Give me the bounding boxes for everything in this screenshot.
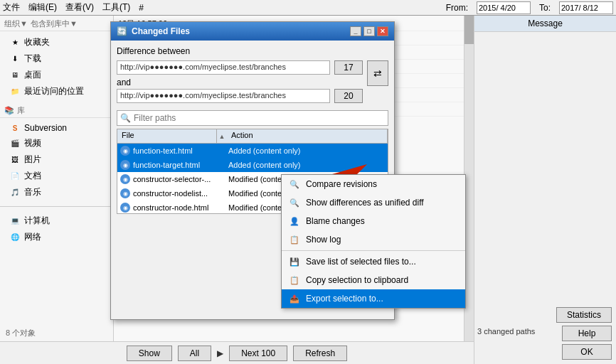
ok-button[interactable]: OK xyxy=(562,344,612,360)
recent-icon: 📁 xyxy=(10,87,20,97)
context-menu: 🔍 Compare revisions 🔍 Show differences a… xyxy=(281,174,466,309)
menu-view[interactable]: 查看(V) xyxy=(65,1,94,14)
difference-label: Difference between xyxy=(117,46,388,56)
sidebar-label-docs: 文档 xyxy=(24,170,41,182)
file-action-0: Added (content only) xyxy=(228,146,385,155)
revision-2-button[interactable]: 20 xyxy=(334,89,363,103)
menu-extra[interactable]: # xyxy=(139,3,144,13)
sidebar-item-music[interactable]: 🎵 音乐 xyxy=(6,184,107,200)
sidebar-item-favorites[interactable]: ★ 收藏夹 xyxy=(6,34,107,50)
to-input[interactable] xyxy=(559,1,613,14)
left-sidebar: 组织▼ 包含到库中▼ ★ 收藏夹 ⬇ 下载 🖥 桌面 📁 最近访问的位置 📚 xyxy=(0,16,114,364)
close-button[interactable]: ✕ xyxy=(377,26,388,36)
next-100-button[interactable]: Next 100 xyxy=(229,346,287,361)
sidebar-label-image: 图片 xyxy=(24,154,41,166)
changed-paths-text: 3 changed paths xyxy=(477,327,535,336)
menubar: 文件 编辑(E) 查看(V) 工具(T) # From: To: xyxy=(0,0,616,16)
sidebar-item-desktop[interactable]: 🖥 桌面 xyxy=(6,67,107,83)
sidebar-item-video[interactable]: 🎬 视频 xyxy=(6,135,107,151)
document-icon: 📄 xyxy=(10,171,20,181)
url-box-1: http://vip●●●●●●●.com/myeclipse.test/bra… xyxy=(117,60,330,75)
minimize-button[interactable]: _ xyxy=(350,26,361,36)
menu-tools[interactable]: 工具(T) xyxy=(102,1,130,14)
file-list-header: File ▲ Action xyxy=(117,129,388,143)
library-icon: 📚 xyxy=(4,106,14,115)
show-button[interactable]: Show xyxy=(127,346,172,361)
export-icon: 📤 xyxy=(289,293,300,304)
network-icon: 🌐 xyxy=(10,232,20,242)
ctx-label-export: Export selection to... xyxy=(306,294,383,304)
file-name-1: function-target.html xyxy=(133,161,225,169)
sidebar-label-subversion: Subversion xyxy=(24,123,67,133)
file-icon-3: ◉ xyxy=(120,188,130,198)
ctx-compare-revisions[interactable]: 🔍 Compare revisions xyxy=(282,175,465,193)
from-input[interactable] xyxy=(477,1,531,14)
file-name-2: constructor-selector-... xyxy=(133,175,225,183)
sidebar-label-music: 音乐 xyxy=(24,186,41,198)
help-button[interactable]: Help xyxy=(562,326,612,341)
ctx-unified-diff[interactable]: 🔍 Show differences as unified diff xyxy=(282,193,465,212)
right-message-panel: Message 3 changed paths Statistics Help … xyxy=(474,16,616,364)
organize-btn[interactable]: 组织▼ xyxy=(4,18,28,29)
file-icon-4: ◉ xyxy=(120,203,130,213)
sidebar-label-desktop: 桌面 xyxy=(24,69,41,81)
star-icon: ★ xyxy=(10,38,20,48)
sidebar-item-image[interactable]: 🖼 图片 xyxy=(6,151,107,168)
filter-icon: 🔍 xyxy=(117,113,134,123)
file-icon-1: ◉ xyxy=(120,160,130,170)
subversion-icon: S xyxy=(10,123,20,133)
sidebar-label-network: 网络 xyxy=(24,231,41,243)
sidebar-item-subversion[interactable]: S Subversion xyxy=(6,121,107,135)
filter-row: 🔍 xyxy=(117,110,388,126)
menu-edit[interactable]: 编辑(E) xyxy=(28,1,57,14)
computer-icon: 💻 xyxy=(10,216,20,226)
ctx-blame[interactable]: 👤 Blame changes xyxy=(282,212,465,230)
url-inputs: http://vip●●●●●●●.com/myeclipse.test/bra… xyxy=(117,60,363,106)
url-section: http://vip●●●●●●●.com/myeclipse.test/bra… xyxy=(117,60,388,106)
sidebar-toolbar: 组织▼ 包含到库中▼ xyxy=(0,16,113,31)
statistics-button[interactable]: Statistics xyxy=(556,307,612,323)
col-action: Action xyxy=(227,129,388,143)
sidebar-section-computer: 💻 计算机 🌐 网络 xyxy=(0,210,113,248)
and-text: and xyxy=(117,77,363,87)
ctx-show-log[interactable]: 📋 Show log xyxy=(282,230,465,249)
all-button[interactable]: All xyxy=(178,346,211,361)
ctx-label-diff: Show differences as unified diff xyxy=(306,198,424,208)
sidebar-item-download[interactable]: ⬇ 下载 xyxy=(6,50,107,67)
dialog-titlebar: 🔄 Changed Files _ □ ✕ xyxy=(111,22,394,41)
sidebar-item-recent[interactable]: 📁 最近访问的位置 xyxy=(6,83,107,100)
scrollbar-thumb[interactable] xyxy=(464,16,474,44)
blame-icon: 👤 xyxy=(289,215,300,227)
revision-1-button[interactable]: 17 xyxy=(334,60,363,75)
compare-icon: 🔍 xyxy=(289,178,300,190)
message-header: Message xyxy=(474,16,616,32)
save-icon: 💾 xyxy=(289,256,300,267)
menu-file[interactable]: 文件 xyxy=(3,1,20,14)
log-icon: 📋 xyxy=(289,234,300,245)
dialog-title-icon: 🔄 xyxy=(117,26,127,36)
url-row-2: http://vip●●●●●●●.com/myeclipse.test/bra… xyxy=(117,89,363,103)
url-row-1: http://vip●●●●●●●.com/myeclipse.test/bra… xyxy=(117,60,363,75)
swap-button[interactable]: ⇄ xyxy=(367,60,388,86)
sidebar-label-favorites: 收藏夹 xyxy=(24,36,50,48)
refresh-button[interactable]: Refresh xyxy=(293,346,347,361)
sidebar-label-recent: 最近访问的位置 xyxy=(24,85,84,97)
file-row-0[interactable]: ◉ function-text.html Added (content only… xyxy=(117,144,388,158)
sidebar-item-docs[interactable]: 📄 文档 xyxy=(6,168,107,184)
maximize-button[interactable]: □ xyxy=(363,26,375,36)
message-content xyxy=(474,32,616,38)
ctx-copy-clipboard[interactable]: 📋 Copy selection to clipboard xyxy=(282,271,465,289)
sidebar-label-download: 下载 xyxy=(24,53,41,65)
desktop-icon: 🖥 xyxy=(10,70,20,80)
sidebar-item-network[interactable]: 🌐 网络 xyxy=(6,229,107,245)
ctx-save-list[interactable]: 💾 Save list of selected files to... xyxy=(282,252,465,271)
ctx-export[interactable]: 📤 Export selection to... xyxy=(282,289,465,308)
ctx-label-log: Show log xyxy=(306,235,341,245)
dialog-title-text: Changed Files xyxy=(132,26,190,36)
music-icon: 🎵 xyxy=(10,188,20,198)
sidebar-item-computer[interactable]: 💻 计算机 xyxy=(6,213,107,229)
filter-input[interactable] xyxy=(134,113,388,123)
sort-icon: ▲ xyxy=(217,129,227,143)
file-name-0: function-text.html xyxy=(133,146,225,155)
include-library-btn[interactable]: 包含到库中▼ xyxy=(31,18,78,29)
